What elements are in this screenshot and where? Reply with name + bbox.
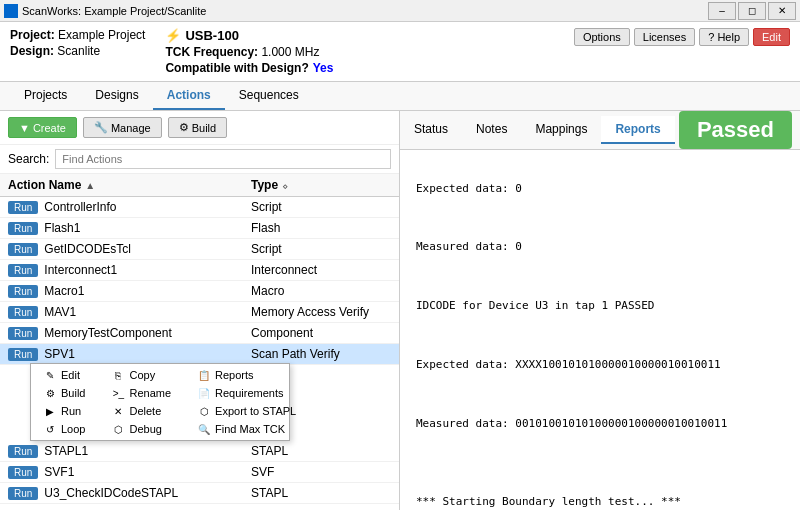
action-type-label: STAPL (251, 444, 391, 458)
action-type-label: Script (251, 242, 391, 256)
nav-tab-projects[interactable]: Projects (10, 82, 81, 110)
ctx-icon: ✎ (43, 370, 57, 381)
action-name-label: MemoryTestComponent (44, 326, 245, 340)
ctx-icon: ⚙ (43, 388, 57, 399)
report-line (416, 336, 784, 354)
ctx-label: Edit (61, 369, 80, 381)
run-action-button[interactable]: Run (8, 487, 38, 500)
content-area: ▼ Create 🔧 Manage ⚙ Build Search: Action… (0, 111, 800, 510)
ctx-icon: ⎘ (111, 370, 125, 381)
app-icon (4, 4, 18, 18)
design-label: Design: (10, 44, 54, 58)
action-row[interactable]: RunSTAPL1STAPL (0, 441, 399, 462)
header-buttons: Options Licenses ? Help Edit (574, 28, 790, 46)
tck-value: 1.000 MHz (261, 45, 319, 59)
nav-tab-sequences[interactable]: Sequences (225, 82, 313, 110)
nav-tab-actions[interactable]: Actions (153, 82, 225, 110)
project-name: Example Project (58, 28, 145, 42)
report-line: *** Starting Boundary length test... *** (416, 493, 784, 510)
action-row[interactable]: RunMemoryTestComponentComponent (0, 323, 399, 344)
action-row[interactable]: RunFlash1Flash (0, 218, 399, 239)
run-action-button[interactable]: Run (8, 466, 38, 479)
run-action-button[interactable]: Run (8, 285, 38, 298)
report-line (416, 474, 784, 492)
context-menu-item[interactable]: 🔍Find Max TCK (189, 420, 304, 438)
action-row[interactable]: RunMAV1Memory Access Verify (0, 302, 399, 323)
ctx-icon: ⬡ (197, 406, 211, 417)
wrench-icon: 🔧 (94, 121, 108, 134)
action-type-label: Memory Access Verify (251, 305, 391, 319)
ctx-label: Find Max TCK (215, 423, 285, 435)
context-menu-item[interactable]: 📄Requirements (189, 384, 304, 402)
action-row[interactable]: RunControllerInfoScript (0, 197, 399, 218)
edit-button[interactable]: Edit (753, 28, 790, 46)
licenses-button[interactable]: Licenses (634, 28, 695, 46)
context-menu-item[interactable]: ⬡Debug (103, 420, 179, 438)
options-button[interactable]: Options (574, 28, 630, 46)
action-row[interactable]: RunMacro1Macro (0, 281, 399, 302)
ctx-label: Reports (215, 369, 254, 381)
project-info: Project: Example Project Design: Scanlit… (10, 28, 145, 60)
action-row[interactable]: RunSPV1Scan Path Verify (0, 344, 399, 365)
type-sort-icon: ⬦ (282, 180, 288, 191)
search-input[interactable] (55, 149, 391, 169)
run-action-button[interactable]: Run (8, 348, 38, 361)
report-line (416, 454, 784, 472)
manage-button[interactable]: 🔧 Manage (83, 117, 162, 138)
left-toolbar: ▼ Create 🔧 Manage ⚙ Build (0, 111, 399, 145)
usb-icon: ⚡ (165, 28, 181, 43)
context-menu-item[interactable]: ↺Loop (35, 420, 93, 438)
minimize-button[interactable]: – (708, 2, 736, 20)
right-tab-reports[interactable]: Reports (601, 116, 674, 144)
right-tab-notes[interactable]: Notes (462, 116, 521, 144)
report-line: Measured data: 0010100101010000010000001… (416, 415, 784, 433)
context-menu-item[interactable]: ✕Delete (103, 402, 179, 420)
action-row[interactable]: RunInterconnect1Interconnect (0, 260, 399, 281)
table-header[interactable]: Action Name ▲ Type ⬦ (0, 174, 399, 197)
action-type-label: SVF (251, 465, 391, 479)
run-action-button[interactable]: Run (8, 201, 38, 214)
run-action-button[interactable]: Run (8, 445, 38, 458)
action-name-label: U3_CheckIDCodeSTAPL (44, 486, 245, 500)
run-action-button[interactable]: Run (8, 306, 38, 319)
ctx-label: Debug (129, 423, 161, 435)
run-action-button[interactable]: Run (8, 222, 38, 235)
action-row[interactable]: RunSVF1SVF (0, 462, 399, 483)
action-row[interactable]: RunGetIDCODEsTclScript (0, 239, 399, 260)
compat-value: Yes (313, 61, 334, 75)
build-button[interactable]: ⚙ Build (168, 117, 227, 138)
context-menu-item[interactable]: ▶Run (35, 402, 93, 420)
context-menu-item[interactable]: 📋Reports (189, 366, 304, 384)
run-action-button[interactable]: Run (8, 264, 38, 277)
report-line (416, 258, 784, 276)
create-button[interactable]: ▼ Create (8, 117, 77, 138)
ctx-icon: ↺ (43, 424, 57, 435)
run-action-button[interactable]: Run (8, 327, 38, 340)
action-type-label: Flash (251, 221, 391, 235)
help-button[interactable]: ? Help (699, 28, 749, 46)
titlebar: ScanWorks: Example Project/Scanlite – ◻ … (0, 0, 800, 22)
nav-tab-designs[interactable]: Designs (81, 82, 152, 110)
sort-arrow-icon: ▲ (85, 180, 95, 191)
top-nav: ProjectsDesignsActionsSequences (0, 82, 800, 111)
report-line: Expected data: XXXX100101010000010000010… (416, 356, 784, 374)
context-menu-item[interactable]: ⎘Copy (103, 366, 179, 384)
project-line: Project: Example Project (10, 28, 145, 42)
ctx-label: Run (61, 405, 81, 417)
close-button[interactable]: ✕ (768, 2, 796, 20)
context-menu-item[interactable]: >_Rename (103, 384, 179, 402)
ctx-icon: 📄 (197, 388, 211, 399)
report-line: Expected data: 0 (416, 180, 784, 198)
right-tab-mappings[interactable]: Mappings (521, 116, 601, 144)
restore-button[interactable]: ◻ (738, 2, 766, 20)
run-action-button[interactable]: Run (8, 243, 38, 256)
context-menu-item[interactable]: ⚙Build (35, 384, 93, 402)
report-line (416, 278, 784, 296)
device-title: ⚡ USB-100 (165, 28, 573, 43)
ctx-icon: 📋 (197, 370, 211, 381)
action-row[interactable]: RunU3_CheckIDCodeSTAPLSTAPL (0, 483, 399, 504)
ctx-icon: ✕ (111, 406, 125, 417)
right-tab-status[interactable]: Status (400, 116, 462, 144)
context-menu-item[interactable]: ⬡Export to STAPL (189, 402, 304, 420)
context-menu-item[interactable]: ✎Edit (35, 366, 93, 384)
